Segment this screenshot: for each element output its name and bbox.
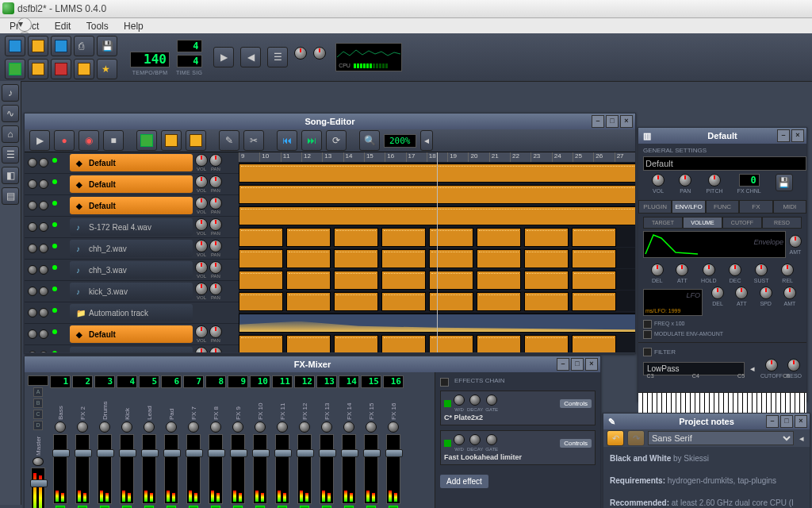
- fx-fader[interactable]: [142, 434, 156, 504]
- track-vol-knob[interactable]: [195, 325, 208, 338]
- computer-panel-button[interactable]: ☰: [2, 146, 19, 164]
- fx-send-knob[interactable]: [388, 421, 399, 433]
- pattern-clip[interactable]: [524, 335, 569, 352]
- song-editor-titlebar[interactable]: Song-Editor –□×: [25, 114, 635, 129]
- playhead[interactable]: [437, 152, 438, 352]
- pattern-clip[interactable]: [524, 228, 569, 247]
- maximize-icon[interactable]: □: [606, 115, 619, 128]
- fx-fader[interactable]: [386, 434, 400, 504]
- pattern-clip[interactable]: [381, 271, 426, 290]
- fx-fader[interactable]: [98, 434, 112, 504]
- stop-button[interactable]: ■: [103, 130, 124, 151]
- fx-send-knob[interactable]: [188, 421, 199, 433]
- pattern-clip[interactable]: [381, 335, 426, 352]
- fx-strip[interactable]: 13 FX 13: [316, 375, 337, 508]
- effect-slot[interactable]: W/DDECAYGATE Controls Fast Lookahead lim…: [440, 430, 596, 465]
- pattern-clip[interactable]: [286, 292, 331, 311]
- freq-x100-checkbox[interactable]: [643, 320, 652, 329]
- track-header[interactable]: ♪chh_3.wav VOLPAN: [25, 260, 239, 281]
- track-name[interactable]: ♪S-172 Real 4.wav: [70, 218, 193, 236]
- fx-strip-name[interactable]: FX 13: [324, 390, 331, 420]
- pattern-clip[interactable]: [334, 292, 378, 311]
- fx-strip-name[interactable]: FX 8: [213, 390, 220, 420]
- fx-strip[interactable]: 12 FX 12: [294, 375, 315, 508]
- instrument-titlebar[interactable]: ▥ Default –×: [638, 128, 806, 144]
- track-pan-knob[interactable]: [209, 197, 222, 210]
- track-name[interactable]: ♪kick_3.wav: [70, 283, 193, 300]
- pattern-clip[interactable]: [286, 271, 331, 290]
- envelope-display[interactable]: Envelope: [643, 231, 786, 258]
- track-name[interactable]: 📁Automation track: [70, 304, 193, 321]
- track-name[interactable]: ◆Default: [70, 175, 193, 193]
- bb-editor-button[interactable]: [28, 59, 48, 79]
- forward-button[interactable]: ⏭: [301, 130, 322, 151]
- project-notes-titlebar[interactable]: ✎ Project notes –□×: [603, 414, 810, 429]
- pattern-clip[interactable]: [477, 271, 521, 290]
- fx-strip[interactable]: 4 Kick: [117, 375, 137, 508]
- fx-strip-name[interactable]: FX 7: [190, 390, 197, 420]
- minimize-icon[interactable]: –: [777, 129, 790, 142]
- pattern-clip[interactable]: [239, 335, 283, 352]
- pattern-clip[interactable]: [381, 292, 426, 311]
- timesig-den-display[interactable]: 4: [177, 55, 202, 67]
- projects-panel-button[interactable]: ▤: [2, 187, 19, 205]
- send-letter-button[interactable]: D: [33, 421, 43, 430]
- fx-strip[interactable]: 8 FX 8: [205, 375, 226, 508]
- pattern-clip[interactable]: [286, 249, 331, 268]
- timeline[interactable]: 9101112131415161718192021222324252627: [239, 152, 635, 352]
- edit-mode-button[interactable]: ✂: [243, 130, 264, 151]
- fx-send-knob[interactable]: [55, 421, 66, 433]
- fx-fader[interactable]: [186, 434, 201, 504]
- track-name[interactable]: ♪chh_3.wav: [70, 261, 193, 279]
- pitch-knob[interactable]: [708, 174, 721, 187]
- pattern-clip[interactable]: [572, 335, 616, 352]
- track-header[interactable]: 📁Automation track: [25, 302, 239, 324]
- fx-strip-name[interactable]: FX 12: [301, 390, 308, 420]
- notes-textarea[interactable]: Black and White by Skiessi Requirements:…: [603, 447, 810, 508]
- instrument-tab[interactable]: FUNC: [706, 200, 739, 214]
- track-action-button[interactable]: [39, 329, 48, 339]
- fx-strip[interactable]: 10 FX 10: [250, 375, 270, 508]
- track-name[interactable]: ♪chh_2.wav: [70, 240, 193, 257]
- track-name[interactable]: ◆Default: [70, 325, 193, 343]
- att-knob[interactable]: [676, 264, 688, 276]
- sust-knob[interactable]: [755, 264, 768, 276]
- pattern-clip[interactable]: [477, 292, 521, 311]
- track-pan-knob[interactable]: [209, 261, 222, 274]
- hq-button[interactable]: ▶: [213, 47, 234, 67]
- pattern-clip[interactable]: [239, 292, 283, 311]
- pattern-clip[interactable]: [429, 335, 473, 352]
- fx-fader[interactable]: [53, 434, 67, 504]
- track-mute-button[interactable]: [28, 201, 37, 210]
- lfo-att-knob[interactable]: [735, 287, 748, 299]
- pattern-clip[interactable]: [477, 228, 521, 247]
- lfo-display[interactable]: LFO ms/LFO: 1999: [643, 289, 703, 316]
- pattern-clip[interactable]: [429, 292, 473, 311]
- fx-strip-name[interactable]: FX 14: [346, 390, 353, 420]
- track-action-button[interactable]: [39, 179, 48, 189]
- pattern-clip[interactable]: [239, 249, 283, 268]
- decay-knob[interactable]: [469, 434, 481, 445]
- fx-fader[interactable]: [164, 434, 178, 504]
- maximize-icon[interactable]: □: [780, 415, 793, 428]
- fx-strip[interactable]: 5 Lead: [139, 375, 159, 508]
- save-as-button[interactable]: ⎙: [74, 36, 94, 56]
- track-pan-knob[interactable]: [209, 240, 222, 252]
- hold-knob[interactable]: [703, 264, 715, 276]
- pattern-clip[interactable]: [572, 228, 616, 247]
- fx-strip[interactable]: ABCD Master: [28, 375, 48, 508]
- gate-knob[interactable]: [486, 434, 497, 445]
- open-project-button[interactable]: [28, 36, 48, 56]
- pattern-clip[interactable]: [381, 249, 426, 268]
- pattern-clip[interactable]: [572, 292, 616, 311]
- track-vol-knob[interactable]: [195, 283, 208, 295]
- pattern-clip[interactable]: [429, 228, 473, 247]
- favorites-button[interactable]: ★: [97, 59, 117, 79]
- track-action-button[interactable]: [39, 265, 48, 275]
- fx-send-knob[interactable]: [343, 421, 354, 433]
- instrument-tab[interactable]: FX: [739, 200, 772, 214]
- track-action-button[interactable]: [39, 244, 48, 253]
- fx-strip-name[interactable]: FX 11: [279, 390, 286, 420]
- track-vol-knob[interactable]: [195, 218, 208, 231]
- close-icon[interactable]: ×: [795, 415, 807, 428]
